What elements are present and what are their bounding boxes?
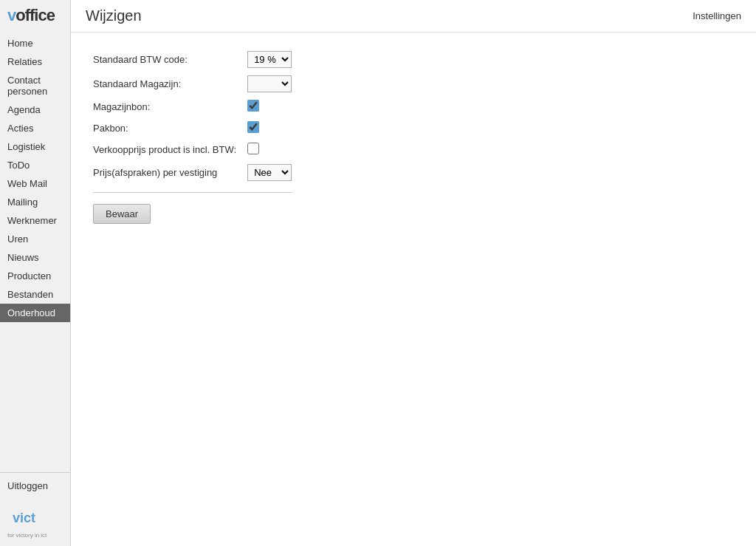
vict-svg-logo: vict <box>13 506 42 528</box>
form-divider <box>93 192 292 193</box>
main-content: Wijzigen Instellingen Standaard BTW code… <box>71 0 756 546</box>
settings-form-table: Standaard BTW code: 19 % 21 % 9 % 0 % St… <box>93 47 298 185</box>
pakbon-row: Pakbon: <box>93 117 298 139</box>
page-header: Wijzigen Instellingen <box>71 0 756 33</box>
prijs-select[interactable]: Nee Ja <box>247 164 292 181</box>
sidebar-item-bestanden[interactable]: Bestanden <box>0 285 70 304</box>
prijs-label: Prijs(afspraken) per vestiging <box>93 160 247 185</box>
sidebar-item-agenda[interactable]: Agenda <box>0 100 70 119</box>
sidebar-item-acties[interactable]: Acties <box>0 119 70 137</box>
logout-section: Uitloggen <box>0 472 70 499</box>
sidebar: voffice Home Relaties Contact personen A… <box>0 0 71 546</box>
sidebar-item-nieuws[interactable]: Nieuws <box>0 248 70 267</box>
magazijn-label: Standaard Magazijn: <box>93 72 247 96</box>
sidebar-item-home[interactable]: Home <box>0 34 70 52</box>
magazijnbon-checkbox[interactable] <box>247 100 259 112</box>
svg-text:vict: vict <box>13 511 35 525</box>
sidebar-item-contact-personen[interactable]: Contact personen <box>0 71 70 100</box>
vict-logo-area: vict for victory in ict <box>0 499 54 546</box>
pakbon-checkbox[interactable] <box>247 121 259 133</box>
page-title: Wijzigen <box>86 7 142 24</box>
pakbon-checkbox-cell <box>247 117 298 139</box>
sidebar-item-mailing[interactable]: Mailing <box>0 193 70 211</box>
vict-logo-image: vict <box>13 506 42 532</box>
magazijnbon-row: Magazijnbon: <box>93 96 298 117</box>
sidebar-item-producten[interactable]: Producten <box>0 267 70 285</box>
logout-link[interactable]: Uitloggen <box>7 480 48 491</box>
sidebar-item-todo[interactable]: ToDo <box>0 156 70 174</box>
verkoopprijs-label: Verkoopprijs product is incl. BTW: <box>93 139 247 160</box>
btw-select[interactable]: 19 % 21 % 9 % 0 % <box>247 51 292 68</box>
sidebar-item-uren[interactable]: Uren <box>0 230 70 248</box>
verkoopprijs-checkbox[interactable] <box>247 143 259 154</box>
btw-select-cell: 19 % 21 % 9 % 0 % <box>247 47 298 72</box>
prijs-select-cell: Nee Ja <box>247 160 298 185</box>
btw-label: Standaard BTW code: <box>93 47 247 72</box>
magazijnbon-checkbox-cell <box>247 96 298 117</box>
sidebar-item-werknemer[interactable]: Werknemer <box>0 211 70 230</box>
sidebar-item-web-mail[interactable]: Web Mail <box>0 174 70 193</box>
logo-area: voffice <box>0 0 70 34</box>
verkoopprijs-checkbox-cell <box>247 139 298 160</box>
app-logo: voffice <box>7 6 63 25</box>
magazijn-row: Standaard Magazijn: <box>93 72 298 96</box>
logo-v: v <box>7 6 16 24</box>
sidebar-item-onderhoud[interactable]: Onderhoud <box>0 304 70 322</box>
vict-tagline: for victory in ict <box>7 532 47 539</box>
magazijn-select[interactable] <box>247 75 292 92</box>
magazijnbon-label: Magazijnbon: <box>93 96 247 117</box>
sidebar-item-relaties[interactable]: Relaties <box>0 52 70 71</box>
bewaar-button[interactable]: Bewaar <box>93 204 151 224</box>
pakbon-label: Pakbon: <box>93 117 247 139</box>
form-content: Standaard BTW code: 19 % 21 % 9 % 0 % St… <box>71 33 756 546</box>
prijs-row: Prijs(afspraken) per vestiging Nee Ja <box>93 160 298 185</box>
magazijn-select-cell <box>247 72 298 96</box>
btw-row: Standaard BTW code: 19 % 21 % 9 % 0 % <box>93 47 298 72</box>
settings-link[interactable]: Instellingen <box>693 10 741 21</box>
verkoopprijs-row: Verkoopprijs product is incl. BTW: <box>93 139 298 160</box>
logo-office: office <box>16 6 55 24</box>
nav-list: Home Relaties Contact personen Agenda Ac… <box>0 34 70 457</box>
sidebar-item-logistiek[interactable]: Logistiek <box>0 137 70 156</box>
